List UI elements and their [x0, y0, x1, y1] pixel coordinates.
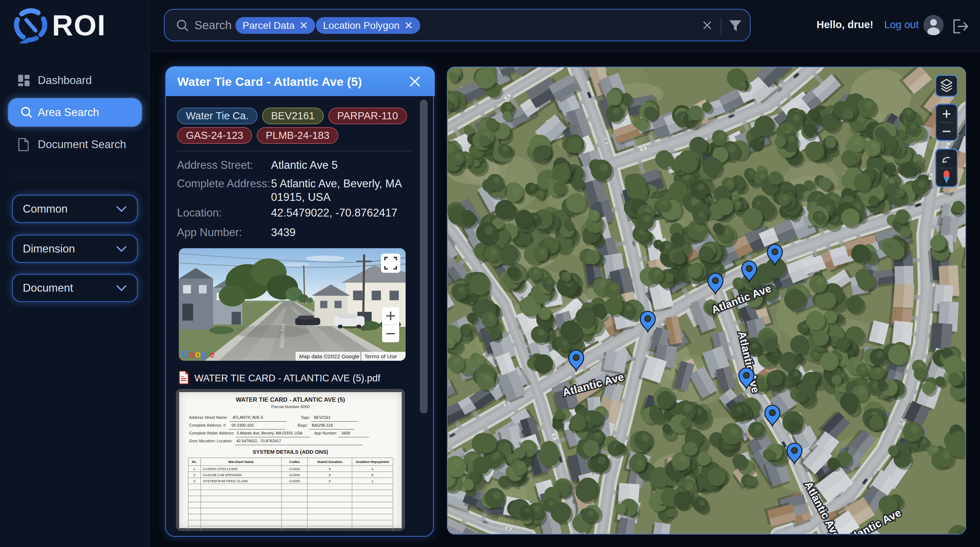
svg-text:Terms of Use: Terms of Use — [364, 353, 397, 359]
svg-text:Google: Google — [181, 349, 215, 360]
svg-text:Atlantic Ave: Atlantic Ave — [278, 323, 286, 348]
svg-text:Map data ©2022 Google: Map data ©2022 Google — [299, 353, 359, 359]
